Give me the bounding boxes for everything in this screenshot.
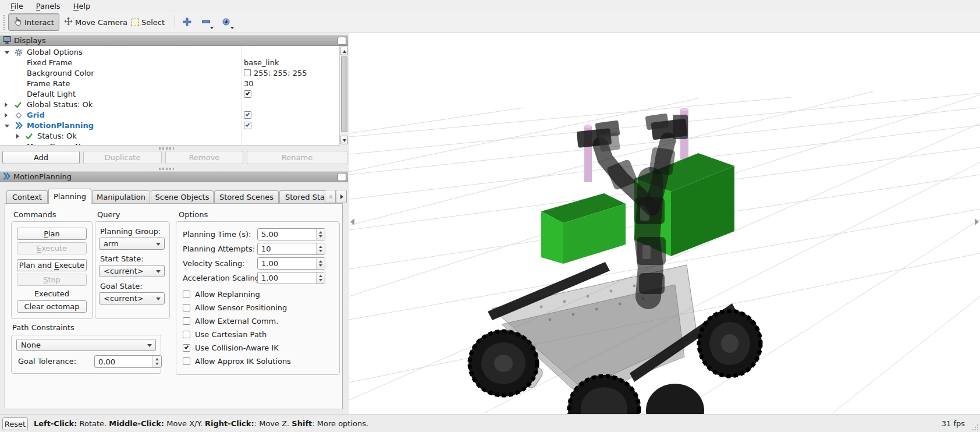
commands-heading: Commands [13,210,56,219]
move-camera-tool-button[interactable]: Move Camera [59,13,132,31]
expander-closed-icon[interactable] [5,102,8,107]
query-heading: Query [97,210,120,219]
scroll-down-button[interactable] [340,136,348,144]
displays-panel-title: Displays [14,36,46,45]
panel-collapse-right-arrow[interactable] [975,218,979,225]
tree-row-fixed-frame[interactable]: Fixed Frame base_link [0,58,339,68]
tree-row-motionplanning[interactable]: MotionPlanning [0,121,339,131]
planning-time-spinbox[interactable]: 5.00 [257,228,325,240]
tree-row-global-status[interactable]: Global Status: Ok [0,100,339,110]
spin-up-icon [155,358,159,360]
check-icon [246,91,250,95]
allow-approx-ik-checkbox[interactable] [183,357,190,365]
goal-state-label: Goal State: [100,282,143,291]
start-state-combo[interactable]: <current> [99,265,165,277]
tree-row-grid[interactable]: Grid [0,110,339,121]
focus-camera-tool-button[interactable] [222,17,230,28]
velocity-scaling-spinbox[interactable]: 1.00 [257,257,325,270]
spin-buttons[interactable] [316,258,325,269]
scrollbar-thumb[interactable] [341,56,347,132]
spin-buttons[interactable] [316,243,325,254]
plan-and-execute-button[interactable]: Plan and Execute [17,259,87,271]
tree-row-frame-rate[interactable]: Frame Rate 30 [0,79,339,89]
use-cartesian-path-checkbox[interactable] [183,331,190,338]
expander-closed-icon[interactable] [16,134,19,139]
duplicate-display-button[interactable]: Duplicate [83,151,162,164]
tab-stored-states[interactable]: Stored Stat [279,190,325,203]
motionplanning-collapse-button[interactable] [338,173,346,181]
tree-column-divider[interactable] [242,46,242,146]
stop-button[interactable]: Stop [17,274,87,286]
use-collision-aware-ik-checkbox[interactable] [183,344,190,352]
planning-group-label: Planning Group: [100,227,161,236]
tab-stored-scenes[interactable]: Stored Scenes [214,190,279,203]
execute-button[interactable]: Execute [17,242,87,254]
zoom-out-dropdown-caret-icon[interactable] [210,27,214,29]
acceleration-scaling-spinbox[interactable]: 1.00 [257,272,325,284]
tree-row-mp-status[interactable]: Status: Ok [0,131,339,141]
displays-panel-header[interactable]: Displays [0,35,348,46]
goal-state-combo[interactable]: <current> [99,292,165,304]
displays-scrollbar[interactable] [339,46,348,146]
planning-attempts-spinbox[interactable]: 10 [257,243,325,255]
add-display-button[interactable]: Add [2,151,80,164]
splitter-handle[interactable] [159,168,174,170]
splitter-handle[interactable] [159,147,174,150]
tab-scroll-right-button[interactable] [336,190,347,203]
tree-row-background-color[interactable]: Background Color 255; 255; 255 [0,68,339,79]
clear-octomap-button[interactable]: Clear octomap [17,300,87,313]
panel-collapse-left-arrow[interactable] [350,218,354,225]
chevron-down-icon [156,270,161,273]
menu-file[interactable]: File [5,1,29,11]
tab-planning[interactable]: Planning [48,189,91,204]
window-resize-grip[interactable] [971,423,979,431]
select-tool-button[interactable]: Select [127,13,169,31]
scene-3d[interactable] [349,33,980,414]
render-viewport[interactable] [349,33,980,414]
spin-buttons[interactable] [316,229,325,240]
status-ok-check-icon [15,101,23,109]
frame-rate-value[interactable]: 30 [244,79,254,88]
tab-scene-objects[interactable]: Scene Objects [151,190,214,203]
move-camera-icon [64,17,73,27]
allow-external-comm-checkbox[interactable] [183,317,190,325]
zoom-out-tool-button[interactable] [202,20,210,23]
focus-camera-dropdown-caret-icon[interactable] [230,27,234,29]
goal-tolerance-spinbox[interactable]: 0.00 [94,355,162,368]
tab-manipulation[interactable]: Manipulation [92,190,150,203]
motionplanning-panel-header[interactable]: MotionPlanning [0,171,348,182]
remove-display-button[interactable]: Remove [165,151,243,164]
expander-open-icon[interactable] [5,125,9,128]
fixed-frame-value[interactable]: base_link [244,58,279,67]
tree-row-default-light[interactable]: Default Light [0,89,339,100]
tree-row-partial[interactable]: Move Group Namespace [0,141,339,146]
allow-replanning-checkbox[interactable] [183,291,190,298]
expander-closed-icon[interactable] [5,113,8,118]
interact-hand-icon [13,17,22,28]
scroll-up-button[interactable] [340,47,348,55]
reset-button[interactable]: Reset [2,417,28,430]
spin-buttons[interactable] [152,356,161,367]
tree-row-global-options[interactable]: Global Options [0,47,339,58]
tab-context[interactable]: Context [6,190,48,203]
interact-tool-button[interactable]: Interact [8,13,59,31]
rename-display-button[interactable]: Rename [247,151,347,164]
grid-enabled-checkbox[interactable] [244,111,251,119]
menu-help[interactable]: Help [68,1,97,11]
menu-panels[interactable]: Panels [30,1,66,11]
motionplanning-enabled-checkbox[interactable] [244,122,251,129]
expander-open-icon[interactable] [5,51,9,54]
path-constraints-combo[interactable]: None [16,339,156,351]
spin-down-icon [319,235,322,238]
spin-buttons[interactable] [316,272,325,284]
zoom-in-tool-button[interactable] [183,17,191,28]
displays-collapse-button[interactable] [338,37,346,45]
planning-group-combo[interactable]: arm [99,238,165,250]
background-color-value[interactable]: 255; 255; 255 [254,69,307,77]
color-swatch[interactable] [244,69,251,76]
toolbar-grip[interactable] [3,15,5,30]
default-light-checkbox[interactable] [244,90,251,98]
plan-button[interactable]: Plan [17,228,87,240]
allow-sensor-positioning-checkbox[interactable] [183,304,190,311]
tab-scroll-left-button[interactable] [325,190,336,203]
